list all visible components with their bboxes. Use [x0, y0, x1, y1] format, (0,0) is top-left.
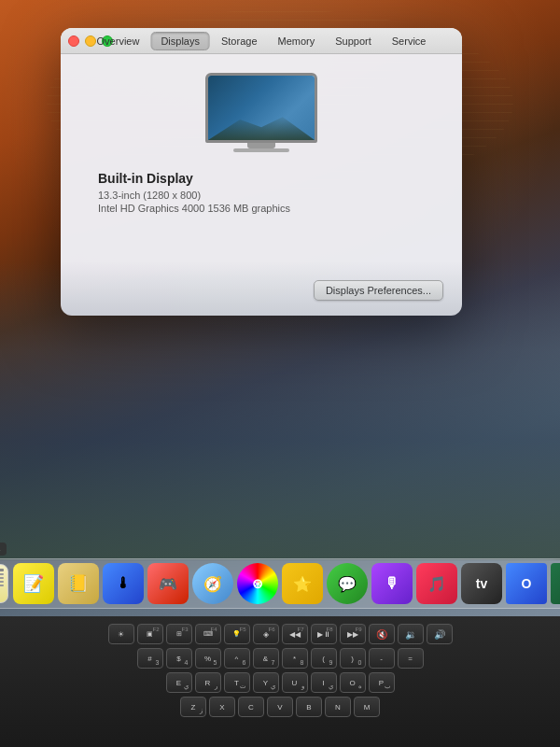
dock-item-appletv[interactable]: tv — [461, 563, 502, 604]
key-x[interactable]: X — [209, 697, 235, 717]
notes-icon — [0, 564, 8, 603]
dock-item-notes[interactable]: Notes — [0, 563, 9, 604]
note-line-1 — [0, 569, 4, 571]
dock-item-messages[interactable]: 💬 — [327, 563, 368, 604]
key-9-open[interactable]: (9 — [311, 648, 337, 669]
dock-item-app1[interactable]: 🎮 — [147, 563, 189, 604]
key-i[interactable]: Iي — [311, 672, 337, 693]
dock-area: Calendar NOV 16 Notes 📝 — [0, 551, 560, 616]
dock-item-safari[interactable]: 🧭 — [192, 563, 233, 604]
key-r[interactable]: Rر — [195, 672, 221, 693]
key-fastforward[interactable]: ▶▶F9 — [340, 624, 366, 644]
desktop: Overview Displays Storage Memory Support… — [0, 0, 560, 747]
key-3-hash[interactable]: #3 — [137, 648, 163, 669]
dock-item-photos[interactable]: ⊛ — [237, 563, 278, 604]
key-m[interactable]: M — [354, 697, 380, 717]
key-p[interactable]: Pب — [369, 672, 395, 693]
music-icon: 🎵 — [427, 575, 446, 593]
tab-storage[interactable]: Storage — [212, 33, 267, 49]
keyboard-number-row: #3 $4 %5 ^6 &7 *8 (9 )0 - = — [9, 648, 551, 669]
dock-item-stickies[interactable]: 📝 — [13, 563, 54, 604]
dock-item-music[interactable]: 🎵 — [416, 563, 457, 604]
photos-icon: ⊛ — [252, 576, 263, 591]
key-vol-up[interactable]: 🔊 — [427, 624, 453, 644]
note-line-2 — [0, 573, 4, 575]
key-f5[interactable]: 💡F5 — [224, 624, 250, 644]
display-screen-graphic — [205, 73, 317, 143]
dock-item-reeder[interactable]: ⭐ — [282, 563, 323, 604]
tab-service[interactable]: Service — [383, 33, 436, 49]
display-title: Built-in Display — [98, 171, 425, 186]
key-7-amp[interactable]: &7 — [253, 648, 279, 669]
window-tabs: Overview Displays Storage Memory Support… — [88, 32, 436, 50]
key-v[interactable]: V — [267, 697, 293, 717]
tab-support[interactable]: Support — [326, 33, 381, 49]
messages-icon: 💬 — [338, 575, 357, 593]
dock-item-contacts[interactable]: 📒 — [58, 563, 99, 604]
safari-icon: 🧭 — [203, 575, 222, 593]
key-vol-down[interactable]: 🔉 — [398, 624, 424, 644]
dock-item-temp[interactable]: 🌡 — [103, 563, 144, 604]
display-spec-graphics: Intel HD Graphics 4000 1536 MB graphics — [98, 203, 425, 214]
display-info: Built-in Display 13.3-inch (1280 x 800) … — [79, 171, 443, 216]
keyboard: ☀ ▣F2 ⊞F3 ⌨F4 💡F5 ◈F6 ◀◀F7 ▶⏸F8 ▶▶F9 🔇 🔉… — [0, 616, 560, 725]
temp-icon: 🌡 — [116, 575, 131, 592]
key-equals[interactable]: = — [398, 648, 424, 669]
reeder-icon: ⭐ — [293, 575, 312, 593]
key-rewind[interactable]: ◀◀F7 — [282, 624, 308, 644]
dock-item-podcasts[interactable]: 🎙 — [371, 563, 413, 604]
keyboard-fn-row: ☀ ▣F2 ⊞F3 ⌨F4 💡F5 ◈F6 ◀◀F7 ▶⏸F8 ▶▶F9 🔇 🔉… — [9, 624, 551, 644]
note-line-5 — [0, 585, 4, 586]
podcasts-icon: 🎙 — [385, 575, 399, 592]
key-minus[interactable]: - — [369, 648, 395, 669]
key-f6[interactable]: ◈F6 — [253, 624, 279, 644]
tab-overview[interactable]: Overview — [88, 33, 149, 49]
close-button[interactable] — [68, 35, 79, 47]
note-line-4 — [0, 581, 4, 583]
contacts-icon: 📒 — [68, 573, 89, 594]
dock-item-excel[interactable]: X — [551, 563, 560, 604]
key-t[interactable]: Tت — [224, 672, 250, 693]
display-icon — [205, 73, 317, 152]
window-titlebar: Overview Displays Storage Memory Support… — [61, 28, 462, 54]
key-4-dollar[interactable]: $4 — [166, 648, 192, 669]
key-u[interactable]: Uو — [282, 672, 308, 693]
key-5-percent[interactable]: %5 — [195, 648, 221, 669]
key-8-star[interactable]: *8 — [282, 648, 308, 669]
screen-inner — [208, 76, 315, 140]
outlook-icon: O — [522, 576, 532, 591]
keyboard-area: ☀ ▣F2 ⊞F3 ⌨F4 💡F5 ◈F6 ◀◀F7 ▶⏸F8 ▶▶F9 🔇 🔉… — [0, 616, 560, 747]
note-line-3 — [0, 577, 4, 579]
key-z[interactable]: Zز — [180, 697, 206, 717]
stickies-icon: 📝 — [23, 573, 44, 594]
key-e[interactable]: Eي — [166, 672, 192, 693]
key-f4[interactable]: ⌨F4 — [195, 624, 221, 644]
key-brightness-down[interactable]: ☀ — [108, 624, 134, 644]
key-playpause[interactable]: ▶⏸F8 — [311, 624, 337, 644]
key-mute[interactable]: 🔇 — [369, 624, 395, 644]
tab-memory[interactable]: Memory — [269, 33, 325, 49]
key-y[interactable]: Yي — [253, 672, 279, 693]
key-0-close[interactable]: )0 — [340, 648, 366, 669]
key-f2[interactable]: ▣F2 — [137, 624, 163, 644]
key-n[interactable]: N — [325, 697, 351, 717]
key-b[interactable]: B — [296, 697, 322, 717]
display-spec-resolution: 13.3-inch (1280 x 800) — [98, 190, 425, 201]
dock: Calendar NOV 16 Notes 📝 — [0, 558, 560, 609]
mountain-graphic — [208, 114, 315, 140]
display-stand — [233, 148, 289, 152]
key-o[interactable]: Oه — [340, 672, 366, 693]
mountain-background — [0, 261, 560, 560]
keyboard-bottom-letter-row: Zز X C V B N M — [9, 697, 551, 717]
appletv-icon: tv — [476, 576, 487, 591]
dock-item-outlook[interactable]: O — [506, 563, 547, 604]
tab-displays[interactable]: Displays — [150, 32, 210, 50]
key-c[interactable]: C — [238, 697, 264, 717]
key-6-caret[interactable]: ^6 — [224, 648, 250, 669]
key-f3[interactable]: ⊞F3 — [166, 624, 192, 644]
app1-icon: 🎮 — [159, 575, 177, 593]
keyboard-top-letter-row: Eي Rر Tت Yي Uو Iي Oه Pب — [9, 672, 551, 693]
